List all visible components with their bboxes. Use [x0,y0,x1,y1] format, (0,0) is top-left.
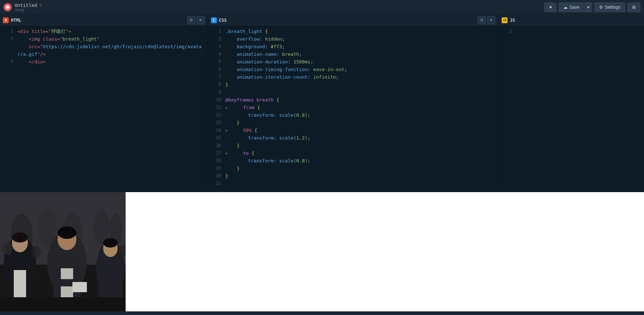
js-badge: JS [502,17,508,23]
code-line: 15 transform: scale(1.2); [208,134,498,142]
topbar: Untitled ✎ bing ♥ ☁ Save ▾ ⚙ Settings ⊞ [0,0,644,14]
code-line: 9 [208,88,498,96]
save-group: ☁ Save ▾ [559,3,592,12]
html-chevron-button[interactable]: ▾ [197,16,205,24]
css-code-area[interactable]: 1.breath_light { 2 overflow: hidden; 3 b… [208,26,498,192]
app-logo [4,3,12,11]
code-line: 21 [208,180,498,187]
save-label: Save [569,5,579,10]
chevron-down-icon: ▾ [587,5,589,10]
html-controls: ⚙ ▾ [187,16,205,24]
code-line: 10@keyframes breath { [208,96,498,104]
code-line: 5 animation-duration: 1500ms; [208,58,498,66]
save-button[interactable]: ☁ Save [559,3,584,12]
preview-area [0,192,644,311]
css-label: CSS [219,18,227,23]
code-line: 4 animation-name: breath; [208,50,498,58]
grid-button[interactable]: ⊞ [627,3,640,12]
settings-button[interactable]: ⚙ Settings [594,3,625,12]
heart-button[interactable]: ♥ [544,3,556,12]
topbar-actions: ♥ ☁ Save ▾ ⚙ Settings ⊞ [544,3,640,12]
code-line: 20} [208,172,498,180]
settings-label: Settings [605,5,620,10]
js-panel: JS JS 1 [499,14,644,192]
code-line: src="https://cdn.jsdelivr.net/gh/Trojain… [0,43,207,58]
code-line: 2 overflow: hidden; [208,35,498,43]
heart-icon: ♥ [549,5,552,10]
gear-icon: ⚙ [599,5,603,10]
code-line: 16 } [208,142,498,149]
css-panel-header: C CSS ⚙ ▾ [208,14,498,26]
code-line: 1 [499,28,644,35]
css-badge: C [211,17,217,23]
grid-icon: ⊞ [632,5,636,10]
editors-container: H HTML ⚙ ▾ 1 <div title="呼吸灯"> 2 <img cl… [0,14,644,192]
js-label: JS [510,18,515,23]
edit-icon[interactable]: ✎ [39,3,42,8]
code-line: 14▸ 50% { [208,127,498,134]
code-line: 17▸ to { [208,149,498,157]
code-line: 3 </div> [0,58,207,66]
svg-point-0 [6,5,9,9]
js-panel-header: JS JS [499,14,644,26]
code-line: 2 <img class="breath_light" [0,35,207,43]
code-line: 6 animation-timing-function: ease-in-out… [208,66,498,73]
css-gear-button[interactable]: ⚙ [478,16,486,24]
html-panel-header: H HTML ⚙ ▾ [0,14,207,26]
css-panel: C CSS ⚙ ▾ 1.breath_light { 2 overflow: h… [208,14,499,192]
code-line: 8} [208,81,498,88]
js-code-area[interactable]: 1 [499,26,644,192]
code-line: 1 <div title="呼吸灯"> [0,28,207,35]
css-controls: ⚙ ▾ [478,16,495,24]
svg-rect-31 [0,192,126,311]
cloud-icon: ☁ [563,5,568,10]
project-title: Untitled [14,3,37,8]
code-line: 13 } [208,119,498,127]
html-gear-button[interactable]: ⚙ [187,16,195,24]
code-line: 19 } [208,165,498,172]
preview-image [0,192,126,311]
css-chevron-button[interactable]: ▾ [487,16,495,24]
html-code-area[interactable]: 1 <div title="呼吸灯"> 2 <img class="breath… [0,26,207,192]
code-line: 7 animation-iteration-count: infinite; [208,73,498,81]
project-subtitle: bing [15,8,544,12]
code-line: 3 background: #ff3; [208,43,498,50]
js-lang-label: JS JS [502,17,515,23]
html-label: HTML [11,18,21,23]
html-panel: H HTML ⚙ ▾ 1 <div title="呼吸灯"> 2 <img cl… [0,14,208,192]
html-badge: H [3,17,9,23]
code-line: 11▸ from { [208,104,498,111]
save-dropdown-button[interactable]: ▾ [584,3,592,12]
code-line: 1.breath_light { [208,28,498,35]
code-line: 12 transform: scale(0.8); [208,111,498,119]
html-lang-label: H HTML [3,17,21,23]
code-line: 18 transform: scale(0.8); [208,157,498,165]
title-area: Untitled ✎ bing [14,3,544,12]
css-lang-label: C CSS [211,17,227,23]
preview-svg [0,192,126,311]
